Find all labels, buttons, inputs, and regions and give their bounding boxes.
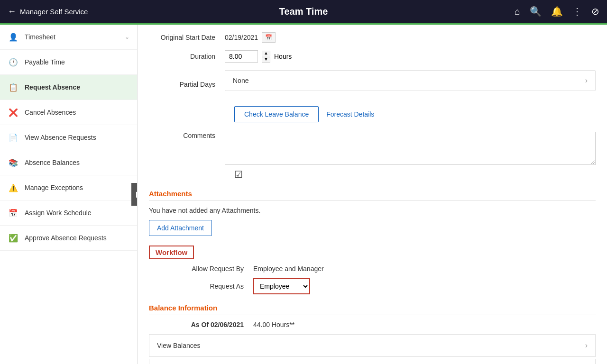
duration-up-button[interactable]: ▲: [262, 51, 270, 56]
top-navigation: ← Manager Self Service Team Time ⌂ 🔍 🔔 ⋮…: [0, 0, 607, 23]
search-icon[interactable]: 🔍: [530, 6, 542, 17]
back-arrow-icon: ←: [8, 7, 16, 17]
allow-request-by-value: Employee and Manager: [253, 265, 324, 273]
duration-row: Duration ▲ ▼ Hours: [149, 50, 596, 63]
sidebar-item-payable-time[interactable]: 🕐 Payable Time: [0, 50, 137, 75]
no-attachments-message: You have not added any Attachments.: [149, 207, 596, 214]
view-balances-chevron-icon: ›: [585, 341, 588, 350]
more-menu-icon[interactable]: ⋮: [572, 6, 582, 17]
duration-label: Duration: [149, 53, 225, 60]
partial-days-row: Partial Days None ›: [149, 70, 596, 99]
original-start-date-value: 02/19/2021: [225, 34, 258, 41]
sidebar-item-manage-exceptions-label: Manage Exceptions: [25, 184, 129, 191]
duration-input-group: ▲ ▼ Hours: [225, 50, 292, 63]
nav-icons: ⌂ 🔍 🔔 ⋮ ⊘: [515, 6, 599, 17]
attachments-section: Attachments You have not added any Attac…: [149, 190, 596, 236]
sidebar-item-timesheet[interactable]: 👤 Timesheet ⌄: [0, 25, 137, 50]
manage-exceptions-icon: ⚠️: [8, 182, 19, 193]
block-icon[interactable]: ⊘: [591, 6, 599, 17]
attachments-header: Attachments: [149, 190, 596, 201]
sidebar-item-view-absence-label: View Absence Requests: [25, 134, 129, 141]
balance-information-section: Balance Information As Of 02/06/2021 44.…: [149, 304, 596, 364]
content-area: Original Start Date 02/19/2021 📅 Duratio…: [138, 25, 607, 364]
partial-days-label: Partial Days: [149, 81, 225, 88]
as-of-label: As Of 02/06/2021: [158, 321, 253, 328]
sidebar-item-absence-balances-label: Absence Balances: [25, 159, 129, 166]
workflow-header: Workflow: [149, 246, 194, 259]
checkbox-icon[interactable]: ☑: [234, 169, 243, 180]
form-content: Original Start Date 02/19/2021 📅 Duratio…: [138, 25, 607, 364]
nav-back-label: Manager Self Service: [20, 8, 88, 16]
sidebar-item-cancel-absences[interactable]: ❌ Cancel Absences: [0, 100, 137, 125]
sidebar-item-absence-balances[interactable]: 📚 Absence Balances: [0, 150, 137, 175]
leave-balance-row: Check Leave Balance Forecast Details: [234, 106, 596, 122]
home-icon[interactable]: ⌂: [515, 6, 520, 17]
view-requests-row[interactable]: View Requests ›: [149, 359, 596, 364]
view-balances-label: View Balances: [157, 342, 201, 349]
request-as-label: Request As: [149, 282, 253, 290]
partial-days-expandable[interactable]: None ›: [225, 70, 596, 91]
main-layout: 👤 Timesheet ⌄ 🕐 Payable Time 📋 Request A…: [0, 25, 607, 364]
sidebar-collapse-button[interactable]: ❚: [131, 183, 138, 206]
sidebar-item-cancel-absences-label: Cancel Absences: [25, 109, 129, 116]
comments-textarea[interactable]: [225, 132, 596, 165]
partial-days-chevron-icon: ›: [585, 76, 588, 85]
request-as-row: Request As Employee Manager: [149, 278, 596, 294]
request-as-select[interactable]: Employee Manager: [253, 278, 310, 294]
duration-spinner: ▲ ▼: [262, 51, 270, 63]
request-absence-icon: 📋: [8, 82, 19, 93]
sidebar-item-assign-work-schedule-label: Assign Work Schedule: [25, 209, 129, 217]
nav-back-button[interactable]: ← Manager Self Service: [8, 7, 88, 17]
chevron-down-icon: ⌄: [125, 34, 129, 40]
sidebar-item-request-absence-label: Request Absence: [25, 83, 129, 91]
balance-information-header: Balance Information: [149, 304, 596, 315]
calendar-picker-button[interactable]: 📅: [262, 32, 276, 43]
view-balances-row[interactable]: View Balances ›: [149, 334, 596, 357]
assign-work-schedule-icon: 📅: [8, 207, 19, 218]
sidebar: 👤 Timesheet ⌄ 🕐 Payable Time 📋 Request A…: [0, 25, 138, 364]
approve-absence-icon: ✅: [8, 232, 19, 244]
cancel-absences-icon: ❌: [8, 107, 19, 118]
workflow-section: Workflow Allow Request By Employee and M…: [149, 246, 596, 294]
checkbox-row: ☑: [234, 169, 596, 180]
view-absence-icon: 📄: [8, 132, 19, 143]
comments-row: Comments: [149, 132, 596, 165]
check-leave-balance-button[interactable]: Check Leave Balance: [234, 106, 319, 122]
bell-icon[interactable]: 🔔: [551, 6, 563, 17]
sidebar-item-assign-work-schedule[interactable]: 📅 Assign Work Schedule: [0, 200, 137, 226]
original-start-date-value-group: 02/19/2021 📅: [225, 32, 276, 43]
allow-request-by-label: Allow Request By: [149, 265, 253, 273]
comments-label: Comments: [149, 132, 225, 139]
as-of-row: As Of 02/06/2021 44.00 Hours**: [158, 321, 596, 328]
hours-label: Hours: [274, 53, 292, 60]
sidebar-item-manage-exceptions[interactable]: ⚠️ Manage Exceptions: [0, 175, 137, 200]
sidebar-item-approve-absence-requests[interactable]: ✅ Approve Absence Requests: [0, 226, 137, 251]
original-start-date-label: Original Start Date: [149, 34, 225, 41]
sidebar-item-request-absence[interactable]: 📋 Request Absence: [0, 75, 137, 100]
absence-balances-icon: 📚: [8, 157, 19, 168]
partial-days-value: None: [233, 77, 248, 84]
duration-input[interactable]: [225, 50, 258, 63]
original-start-date-row: Original Start Date 02/19/2021 📅: [149, 32, 596, 43]
timesheet-icon: 👤: [8, 31, 19, 43]
allow-request-by-row: Allow Request By Employee and Manager: [149, 265, 596, 273]
sidebar-item-view-absence-requests[interactable]: 📄 View Absence Requests: [0, 125, 137, 150]
as-of-value: 44.00 Hours**: [253, 321, 294, 328]
add-attachment-button[interactable]: Add Attachment: [149, 220, 212, 236]
sidebar-item-timesheet-label: Timesheet: [25, 33, 119, 41]
duration-down-button[interactable]: ▼: [262, 57, 270, 63]
payable-time-icon: 🕐: [8, 56, 19, 68]
forecast-details-link[interactable]: Forecast Details: [326, 110, 374, 118]
sidebar-item-payable-time-label: Payable Time: [25, 58, 129, 66]
page-title: Team Time: [279, 6, 328, 17]
sidebar-item-approve-absence-label: Approve Absence Requests: [25, 234, 129, 242]
